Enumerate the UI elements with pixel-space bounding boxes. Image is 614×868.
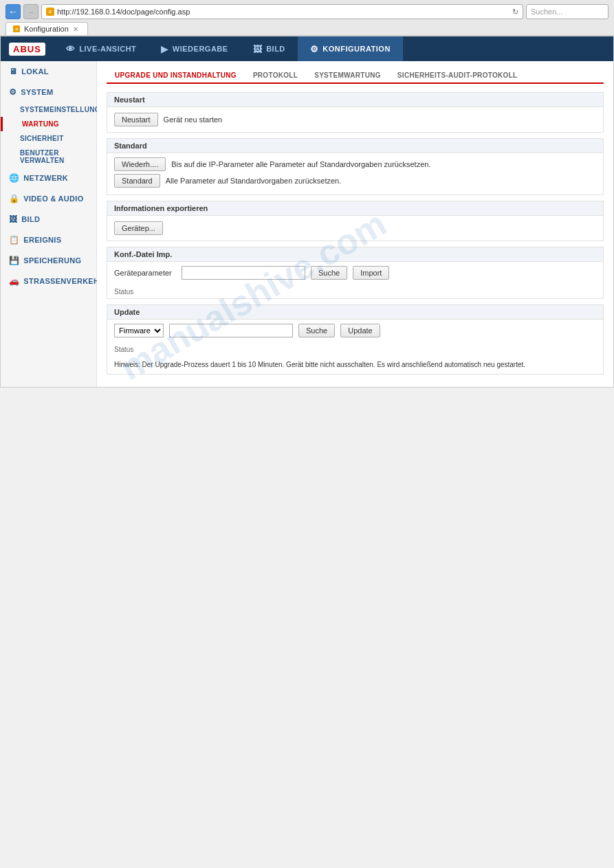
sidebar-label-strassenverkehr: STRASSENVERKEHR — [23, 277, 105, 285]
browser-chrome: ← → ≡ http://192.168.0.14/doc/page/confi… — [0, 0, 614, 36]
neustart-body: Neustart Gerät neu starten — [107, 107, 603, 132]
nav-label-config: KONFIGURATION — [322, 45, 391, 53]
sidebar-item-bild[interactable]: 🖼 BILD — [1, 209, 96, 230]
sidebar-item-ereignis[interactable]: 📋 EREIGNIS — [1, 230, 96, 250]
active-tab[interactable]: ≡ Konfiguration ✕ — [6, 22, 88, 35]
sidebar-item-lokal[interactable]: 🖥 LOKAL — [1, 61, 96, 82]
konf-datei-header: Konf.-Datei Imp. — [107, 247, 603, 262]
nav-item-playback[interactable]: ▶ WIEDERGABE — [149, 36, 240, 61]
info-export-header: Informationen exportieren — [107, 201, 603, 216]
logo-area: ABUS — [1, 40, 54, 58]
content-wrapper: 🖥 LOKAL ⚙ SYSTEM SYSTEMEINSTELLUNGEN WAR… — [1, 61, 613, 387]
sidebar-label-system: SYSTEM — [21, 88, 53, 96]
strassenverkehr-icon: 🚗 — [9, 276, 19, 286]
geraeteparameter-export-button[interactable]: Gerätep... — [114, 221, 163, 235]
update-header: Update — [107, 305, 603, 320]
tab-protokoll[interactable]: PROTOKOLL — [245, 68, 306, 82]
main-content: UPGRADE UND INSTANDHALTUNG PROTOKOLL SYS… — [97, 61, 613, 387]
browser-search-input[interactable]: Suchen... — [526, 4, 608, 19]
sidebar-item-system[interactable]: ⚙ SYSTEM — [1, 82, 96, 102]
sidebar-label-speicherung: SPEICHERUNG — [23, 256, 81, 265]
sidebar-label-sicherheit: SICHERHEIT — [20, 135, 64, 142]
tab-close-icon[interactable]: ✕ — [73, 25, 78, 33]
url-text: http://192.168.0.14/doc/page/config.asp — [57, 8, 512, 16]
forward-button[interactable]: → — [23, 4, 39, 19]
nav-items: 👁 LIVE-ANSICHT ▶ WIEDERGABE 🖼 BILD ⚙ KON… — [54, 36, 613, 61]
logo: ABUS — [9, 43, 45, 56]
ereignis-icon: 📋 — [9, 235, 19, 245]
back-button[interactable]: ← — [6, 4, 21, 19]
video-audio-icon: 🔒 — [9, 194, 19, 203]
sidebar-item-speicherung[interactable]: 💾 SPEICHERUNG — [1, 250, 96, 271]
sidebar-item-benutzer[interactable]: BENUTZER VERWALTEN — [1, 146, 96, 168]
system-icon: ⚙ — [9, 87, 17, 97]
sidebar-label-video-audio: VIDEO & AUDIO — [23, 194, 83, 203]
konf-import-button[interactable]: Import — [353, 266, 389, 280]
standard-body: Wiederh.... Bis auf die IP-Parameter all… — [107, 153, 603, 194]
konf-datei-row: Geräteparameter Suche Import — [114, 266, 596, 280]
konf-datei-input[interactable] — [182, 266, 305, 280]
tab-label-systemwartung: SYSTEMWARTUNG — [314, 71, 381, 79]
neustart-button[interactable]: Neustart — [114, 113, 158, 126]
sidebar-item-netzwerk[interactable]: 🌐 NETZWERK — [1, 168, 96, 188]
konf-datei-label: Geräteparameter — [114, 269, 176, 277]
wiederherstellen-button[interactable]: Wiederh.... — [114, 157, 166, 171]
image-icon: 🖼 — [253, 44, 263, 54]
nav-label-live: LIVE-ANSICHT — [79, 45, 136, 53]
tab-favicon: ≡ — [13, 25, 20, 32]
nav-item-live[interactable]: 👁 LIVE-ANSICHT — [54, 36, 149, 61]
wiederherstellen-description: Bis auf die IP-Parameter alle Parameter … — [171, 160, 430, 168]
sidebar-item-systemeinstellungen[interactable]: SYSTEMEINSTELLUNGEN — [1, 102, 96, 117]
browser-tab-bar: ≡ Konfiguration ✕ — [6, 22, 608, 35]
neustart-description: Gerät neu starten — [164, 115, 223, 124]
sidebar-label-netzwerk: NETZWERK — [23, 174, 68, 182]
sidebar-item-strassenverkehr[interactable]: 🚗 STRASSENVERKEHR — [1, 271, 96, 291]
konf-datei-section: Konf.-Datei Imp. Geräteparameter Suche I… — [107, 247, 604, 299]
url-bar[interactable]: ≡ http://192.168.0.14/doc/page/config.as… — [41, 4, 523, 19]
konf-datei-status: Status — [107, 287, 603, 298]
nav-item-image[interactable]: 🖼 BILD — [241, 36, 298, 61]
config-icon: ⚙ — [310, 44, 319, 54]
tab-sicherheits-audit[interactable]: SICHERHEITS-AUDIT-PROTOKOLL — [389, 68, 526, 82]
speicherung-icon: 💾 — [9, 256, 19, 265]
tab-label-protokoll: PROTOKOLL — [253, 71, 298, 79]
tab-upgrade-instandhaltung[interactable]: UPGRADE UND INSTANDHALTUNG — [107, 68, 245, 84]
standard-button[interactable]: Standard — [114, 174, 160, 188]
url-favicon: ≡ — [46, 8, 54, 16]
sub-tabs: UPGRADE UND INSTANDHALTUNG PROTOKOLL SYS… — [107, 68, 604, 84]
standard-row-1: Wiederh.... Bis auf die IP-Parameter all… — [114, 157, 596, 171]
konf-datei-body: Geräteparameter Suche Import — [107, 262, 603, 287]
netzwerk-icon: 🌐 — [9, 173, 19, 183]
nav-item-config[interactable]: ⚙ KONFIGURATION — [298, 36, 403, 61]
tab-label-sicherheits-audit: SICHERHEITS-AUDIT-PROTOKOLL — [397, 71, 518, 79]
konf-suche-button[interactable]: Suche — [311, 266, 347, 280]
neustart-header: Neustart — [107, 93, 603, 107]
nav-label-image: BILD — [266, 45, 285, 53]
search-placeholder: Suchen... — [531, 8, 562, 16]
tab-label-upgrade: UPGRADE UND INSTANDHALTUNG — [115, 71, 237, 79]
sidebar-label-lokal: LOKAL — [21, 67, 48, 76]
nav-label-playback: WIEDERGABE — [173, 45, 228, 53]
refresh-icon[interactable]: ↻ — [512, 8, 518, 16]
info-export-body: Gerätep... — [107, 216, 603, 241]
top-nav: ABUS 👁 LIVE-ANSICHT ▶ WIEDERGABE 🖼 BILD … — [1, 36, 613, 61]
sidebar-item-sicherheit[interactable]: SICHERHEIT — [1, 131, 96, 146]
sidebar-label-ereignis: EREIGNIS — [23, 236, 61, 244]
update-type-select[interactable]: Firmware — [114, 324, 164, 337]
update-status: Status — [107, 344, 603, 356]
update-file-input[interactable] — [169, 324, 293, 337]
sidebar-item-wartung[interactable]: WARTUNG — [1, 117, 96, 131]
update-button[interactable]: Update — [340, 324, 380, 337]
sidebar-label-bild: BILD — [21, 215, 40, 223]
tab-systemwartung[interactable]: SYSTEMWARTUNG — [306, 68, 389, 82]
live-icon: 👁 — [66, 44, 76, 54]
standard-description: Alle Parameter auf Standardvorgaben zurü… — [166, 177, 342, 185]
lokal-icon: 🖥 — [9, 67, 17, 76]
bild-icon: 🖼 — [9, 214, 17, 224]
update-suche-button[interactable]: Suche — [298, 324, 335, 337]
update-body: Firmware Suche Update — [107, 320, 603, 344]
neustart-section: Neustart Neustart Gerät neu starten — [107, 92, 604, 133]
sidebar-label-benutzer: BENUTZER VERWALTEN — [20, 149, 88, 164]
sidebar-item-video-audio[interactable]: 🔒 VIDEO & AUDIO — [1, 188, 96, 209]
browser-toolbar: ← → ≡ http://192.168.0.14/doc/page/confi… — [6, 4, 608, 19]
